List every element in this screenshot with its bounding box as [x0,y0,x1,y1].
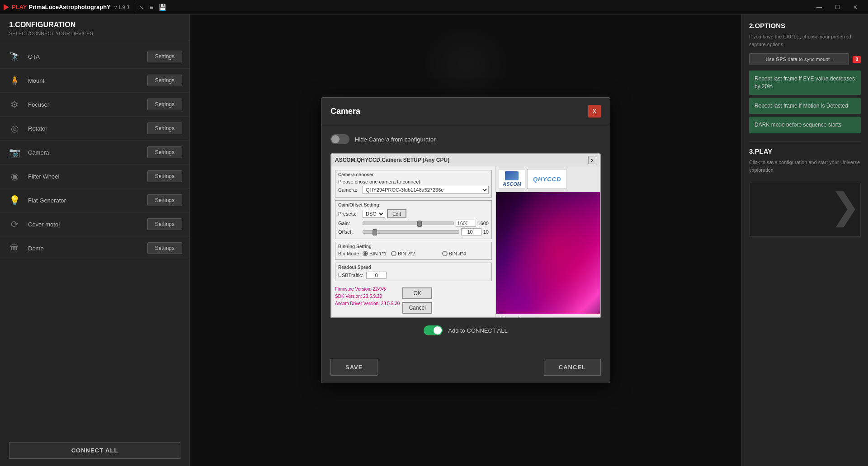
offset-slider-thumb [373,229,377,235]
filterwheel-settings-button[interactable]: Settings [147,170,182,182]
maximize-button[interactable]: ☐ [828,0,846,14]
modal-footer: SAVE CANCEL [321,353,610,383]
ascom-close-button[interactable]: x [588,156,596,164]
offset-input[interactable] [461,228,481,235]
window-controls: — ☐ ✕ [810,0,864,14]
rotator-settings-button[interactable]: Settings [147,122,182,134]
gain-slider[interactable] [363,221,454,225]
covermotor-settings-button[interactable]: Settings [147,218,182,230]
bin1-radio-item[interactable]: BIN 1*1 [363,251,387,256]
gain-input[interactable] [456,220,476,227]
offset-slider[interactable] [363,230,459,234]
play-chevron-icon: ❯ [830,188,860,225]
connect-all-toggle[interactable] [424,325,443,335]
motion-detected-option-button[interactable]: Repeat last frame if Motion is Detected [749,98,861,114]
save-icon[interactable]: 💾 [159,4,166,11]
right-divider [749,141,861,142]
usb-label: USBTraffic: [338,273,363,278]
device-row-flatgen: 💡 Flat Generator Settings [0,188,189,212]
bin-mode-row: Bin Mode: BIN 1*1 [338,251,489,256]
presets-label: Presets: [338,211,361,217]
gps-sync-button[interactable]: Use GPS data to sync mount - [749,53,849,65]
ascom-right-panel: ASCOM QHYCCD [496,166,600,317]
mount-settings-button[interactable]: Settings [147,75,182,86]
title-bar: PLAY PrimaLuceAstrophotographY v 1.9.3 ↖… [0,0,868,14]
camera-preview-image: Advanced Remove OverScan Area ReadMode: … [496,192,600,318]
app-name: PrimaLuceAstrophotographY [28,4,110,10]
hide-camera-toggle[interactable] [330,134,349,144]
gps-badge: 0 [853,56,861,63]
ascom-logo-inner: ASCOM [503,171,521,187]
device-name-camera: Camera [28,149,141,156]
bin2-radio-item[interactable]: BIN 2*2 [391,251,415,256]
camera-chooser-section: Camera chooser Please chose one camera t… [335,170,492,198]
device-row-focuser: ⚙ Focuser Settings [0,93,189,117]
camera-settings-button[interactable]: Settings [147,146,182,158]
device-row-rotator: ◎ Rotator Settings [0,117,189,141]
modal-close-button[interactable]: X [588,105,601,118]
device-row-filterwheel: ◉ Filter Wheel Settings [0,165,189,188]
gain-offset-title: Gain/Offset Setting [338,202,489,207]
presets-select[interactable]: DSO [363,210,385,218]
left-header: 1.CONFIGURATION SELECT/CONNECT YOUR DEVI… [0,14,189,41]
device-name-mount: Mount [28,77,141,84]
dome-icon: 🏛 [7,241,22,255]
hide-camera-row: Hide Camera from configurator [330,134,601,144]
device-name-covermotor: Cover motor [28,221,141,228]
section-1-subtitle: SELECT/CONNECT YOUR DEVICES [9,31,180,36]
close-button[interactable]: ✕ [846,0,864,14]
firmware-buttons-row: Firmware Version: 22-9-5 SDK Version: 23… [335,284,492,314]
firmware-line: Firmware Version: 22-9-5 [335,286,400,293]
center-content: Camera X Hide Camera from configurator A… [190,14,741,466]
readout-title: Readout Speed [338,265,489,270]
gain-row: Gain: 1600 [338,220,489,227]
cancel-button[interactable]: CANCEL [544,359,601,376]
camera-select[interactable]: QHY294PROC-3fdb1148a527236e [363,186,489,194]
connect-all-button[interactable]: CONNECT ALL [9,442,180,459]
offset-label: Offset: [338,229,361,235]
device-name-focuser: Focuser [28,101,141,108]
focuser-settings-button[interactable]: Settings [147,99,182,110]
eye-value-option-button[interactable]: Repeat last frame if EYE value decreases… [749,71,861,95]
save-button[interactable]: SAVE [330,359,377,376]
usb-row: USBTraffic: [338,272,489,279]
camera-select-row: Camera: QHY294PROC-3fdb1148a527236e [338,186,489,194]
edit-button[interactable]: Edit [387,209,406,218]
bin-mode-radio-group: BIN 1*1 BIN 2*2 [363,251,466,256]
ascom-driver-line: Ascom Driver Version: 23.5.9.20 [335,300,400,307]
dome-settings-button[interactable]: Settings [147,242,182,254]
covermotor-icon: ⟳ [7,217,22,231]
ota-settings-button[interactable]: Settings [147,51,182,62]
device-list: 🔭 OTA Settings 🧍 Mount Settings ⚙ Focuse… [0,41,189,437]
rotator-icon: ◎ [7,121,22,136]
ascom-body: Camera chooser Please chose one camera t… [331,166,600,317]
ascom-ok-button[interactable]: OK [402,287,432,299]
device-name-rotator: Rotator [28,125,141,132]
flatgen-settings-button[interactable]: Settings [147,194,182,206]
settings-icon[interactable]: ≡ [150,4,153,11]
bin2-radio-dot [391,251,396,256]
binning-title: Binning Setting [338,244,489,249]
device-name-flatgen: Flat Generator [28,197,141,204]
usb-traffic-input[interactable] [366,272,387,279]
bin4-label: BIN 4*4 [449,251,466,256]
chooser-desc-row: Please chose one camera to connect [338,179,489,184]
camera-select-label: Camera: [338,187,361,193]
bin4-radio-item[interactable]: BIN 4*4 [442,251,466,256]
ascom-left-panel: Camera chooser Please chose one camera t… [331,166,496,317]
bin2-label: BIN 2*2 [398,251,415,256]
title-divider [134,3,134,12]
flatgen-icon: 💡 [7,193,22,207]
minimize-button[interactable]: — [810,0,828,14]
readout-section: Readout Speed USBTraffic: [335,263,492,281]
ascom-cancel-button[interactable]: Cancel [402,302,432,314]
app-play-label: PLAY [12,4,27,10]
dark-mode-option-button[interactable]: DARK mode before sequence starts [749,117,861,133]
ota-icon: 🔭 [7,49,22,64]
cursor-icon[interactable]: ↖ [139,4,144,11]
right-panel: 2.OPTIONS If you have the EAGLE, choose … [741,14,868,466]
ascom-logo-graphic [505,171,519,180]
play-area[interactable]: ❯ [749,183,861,237]
ascom-logo-box: ASCOM [499,169,525,189]
device-name-dome: Dome [28,245,141,252]
